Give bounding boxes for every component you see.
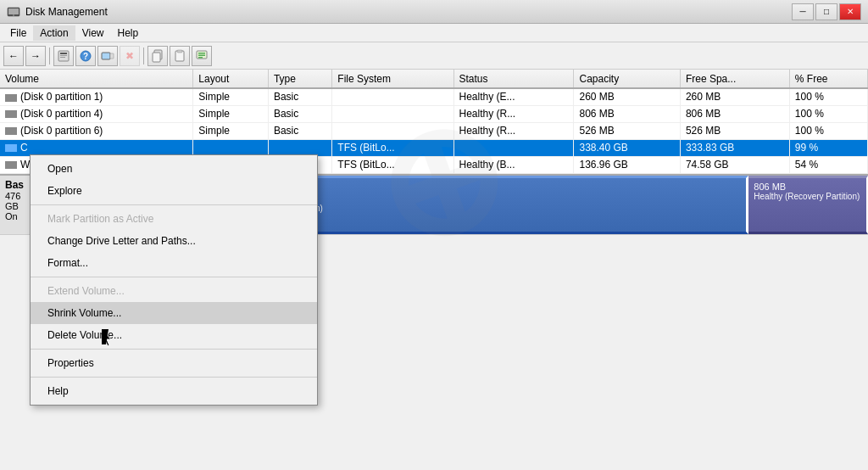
title-bar-controls: ─ □ ✕ [792,3,861,20]
cell-free: 260 MB [680,88,789,105]
cell-percent: 100 % [789,88,867,105]
cell-percent: 99 % [789,139,867,156]
context-properties[interactable]: Properties [31,352,317,374]
context-explore[interactable]: Explore [31,180,317,202]
col-capacity[interactable]: Capacity [574,70,680,88]
cell-layout [193,139,269,156]
context-sep-4 [31,377,317,378]
svg-rect-14 [177,50,182,53]
toolbar-sep-2 [143,48,144,64]
cell-fs [332,88,453,105]
svg-rect-17 [198,54,205,56]
cell-status: Healthy (R... [453,122,574,139]
cell-status: Healthy (R... [453,105,574,122]
col-volume[interactable]: Volume [0,70,193,88]
cell-fs [332,122,453,139]
cell-free: 526 MB [680,122,789,139]
context-menu: Open Explore Mark Partition as Active Ch… [30,154,318,406]
svg-rect-4 [60,53,67,54]
title-bar: Disk Management ─ □ ✕ [0,0,868,24]
svg-rect-1 [8,8,19,14]
table-row[interactable]: (Disk 0 partition 1) Simple Basic Health… [0,88,868,105]
context-sep-2 [31,277,317,277]
window-title: Disk Management [25,6,108,18]
context-delete[interactable]: Delete Volume... [31,324,317,346]
connect-button[interactable] [97,46,118,66]
cell-layout: Simple [193,88,269,105]
menu-action[interactable]: Action [33,25,75,41]
svg-rect-10 [110,53,114,59]
toolbar-sep-1 [49,48,50,64]
paste-button[interactable] [170,46,190,66]
svg-point-2 [13,14,14,16]
title-bar-icon [7,5,20,19]
close-button[interactable]: ✕ [839,3,861,20]
context-shrink[interactable]: Shrink Volume... [31,302,317,324]
menu-bar: File Action View Help [0,24,868,42]
back-button[interactable]: ← [3,46,24,66]
undo-button[interactable] [192,46,212,66]
cell-free: 74.58 GB [680,156,789,173]
context-open[interactable]: Open [31,158,317,180]
cell-status: Healthy (B... [453,156,574,173]
partition-recovery[interactable]: 806 MB Healthy (Recovery Partition) [748,176,868,234]
cell-percent: 100 % [789,122,867,139]
col-type[interactable]: Type [268,70,331,88]
cell-volume: (Disk 0 partition 1) [0,88,193,105]
minimize-button[interactable]: ─ [792,3,814,20]
col-percent[interactable]: % Free [789,70,867,88]
col-free[interactable]: Free Spa... [680,70,789,88]
cell-capacity: 806 MB [574,105,680,122]
cell-status [453,139,574,156]
cell-type: Basic [268,122,331,139]
cell-capacity: 526 MB [574,122,680,139]
col-filesystem[interactable]: File System [332,70,453,88]
cell-volume: (Disk 0 partition 4) [0,105,193,122]
cell-free: 806 MB [680,105,789,122]
cell-capacity: 260 MB [574,88,680,105]
cell-percent: 54 % [789,156,867,173]
col-status[interactable]: Status [453,70,574,88]
svg-rect-18 [198,57,203,59]
help-button[interactable]: ? [75,46,96,66]
context-format[interactable]: Format... [31,252,317,274]
maximize-button[interactable]: □ [815,3,837,20]
svg-rect-16 [198,53,205,54]
cell-volume: C [0,139,193,156]
svg-rect-9 [102,53,110,59]
menu-help[interactable]: Help [111,25,146,41]
cell-free: 333.83 GB [680,139,789,156]
forward-button[interactable]: → [25,46,46,66]
properties-button[interactable] [53,46,74,66]
menu-file[interactable]: File [3,25,33,41]
menu-view[interactable]: View [75,25,111,41]
context-change-letter[interactable]: Change Drive Letter and Paths... [31,230,317,252]
col-layout[interactable]: Layout [193,70,269,88]
cell-layout: Simple [193,105,269,122]
cell-status: Healthy (E... [453,88,574,105]
partition-recovery-info: Healthy (Recovery Partition) [754,192,861,201]
context-sep-3 [31,349,317,350]
cell-percent: 100 % [789,105,867,122]
table-row[interactable]: C TFS (BitLo... 338.40 GB 333.83 GB 99 % [0,139,868,156]
context-sep-1 [31,204,317,205]
cell-capacity: 338.40 GB [574,139,680,156]
context-extend[interactable]: Extend Volume... [31,280,317,302]
cell-type: Basic [268,88,331,105]
cell-layout: Simple [193,122,269,139]
cell-fs: TFS (BitLo... [332,139,453,156]
cell-capacity: 136.96 GB [574,156,680,173]
copy-button[interactable] [147,46,168,66]
table-row[interactable]: (Disk 0 partition 6) Simple Basic Health… [0,122,868,139]
cell-volume: (Disk 0 partition 6) [0,122,193,139]
svg-rect-6 [60,57,65,58]
context-mark-active[interactable]: Mark Partition as Active [31,208,317,230]
disconnect-button[interactable]: ✖ [120,46,140,66]
table-row[interactable]: (Disk 0 partition 4) Simple Basic Health… [0,105,868,122]
svg-text:?: ? [83,52,88,61]
partition-recovery-size: 806 MB [754,182,861,192]
cell-fs: TFS (BitLo... [332,156,453,173]
svg-rect-5 [60,55,67,56]
cell-type [268,139,331,156]
context-help[interactable]: Help [31,380,317,402]
